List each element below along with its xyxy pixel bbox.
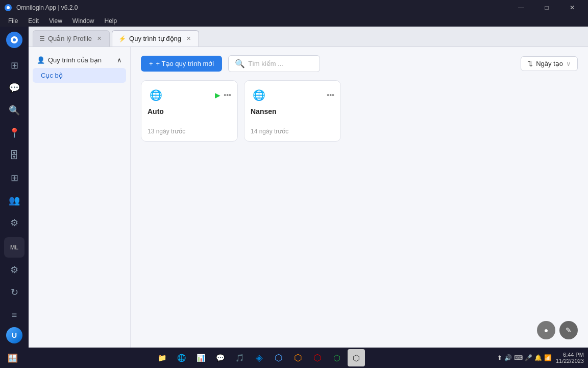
sound-icon[interactable]: 🔊 (504, 354, 512, 361)
chat-icon: 💬 (9, 82, 20, 94)
toolbar-left: + + Tạo quy trình mới 🔍 (141, 55, 320, 72)
titlebar: Omnilogin App | v6.2.0 — □ ✕ (0, 0, 588, 15)
card-nansen-more-button[interactable]: ••• (327, 91, 334, 99)
create-workflow-button[interactable]: + + Tạo quy trình mới (141, 56, 222, 72)
tab-profile-close[interactable]: ✕ (95, 35, 103, 43)
sidebar: ⊞ 💬 🔍 📍 🗄 ⊞ 👥 ⚙ ML ⚙ (0, 27, 29, 348)
left-panel-header[interactable]: 👤 Quy trình của bạn ∧ (33, 53, 126, 67)
taskbar-app-spotify[interactable]: 🎵 (231, 349, 249, 366)
sidebar-item-chat[interactable]: 💬 (4, 78, 24, 98)
workflow-folder-icon: 👤 (37, 56, 45, 64)
circle-button[interactable]: ● (537, 321, 555, 339)
notification-icon[interactable]: 🔔 (534, 354, 542, 361)
minimize-button[interactable]: — (509, 0, 533, 15)
card-auto-play-button[interactable]: ▶ (215, 91, 220, 99)
search-input[interactable] (248, 60, 313, 67)
avatar-label: U (12, 331, 17, 339)
taskbar-app-explorer[interactable]: 📁 (154, 349, 171, 366)
sidebar-item-menu[interactable]: ≡ (4, 305, 24, 325)
menu-edit[interactable]: Edit (24, 16, 43, 26)
card-auto-actions: ▶ ••• (215, 91, 231, 99)
page-content: 👤 Quy trình của bạn ∧ Cục bộ (29, 47, 588, 348)
sidebar-item-refresh[interactable]: ↻ (4, 282, 24, 303)
sort-dropdown[interactable]: ⇅ Ngày tạo ∨ (521, 56, 578, 71)
card-nansen-name: Nansen (251, 107, 277, 116)
taskbar-apps: 📁 🌐 📊 💬 🎵 ◈ ⬡ ⬡ ⬡ ⬡ ⬡ (154, 349, 365, 366)
menu-file[interactable]: File (4, 16, 22, 26)
svg-point-1 (7, 6, 10, 9)
tab-workflow-close[interactable]: ✕ (184, 35, 192, 43)
taskbar-app-orange[interactable]: ⬡ (289, 349, 307, 366)
network-icon[interactable]: ⬆ (497, 354, 502, 361)
svg-point-4 (13, 38, 16, 41)
edit-icon: ✎ (566, 326, 572, 334)
tab-workflow-label: Quy trình tự động (129, 35, 181, 42)
sidebar-logo (5, 31, 23, 49)
tab-quan-ly-profile[interactable]: ☰ Quản lý Profile ✕ (33, 30, 110, 47)
tab-profile-icon: ☰ (39, 35, 45, 42)
left-panel-section: 👤 Quy trình của bạn ∧ Cục bộ (33, 53, 126, 83)
menubar: File Edit View Window Help (0, 15, 588, 27)
titlebar-controls: — □ ✕ (509, 0, 584, 15)
tab-workflow-icon: ⚡ (118, 35, 126, 42)
taskbar-app-messenger[interactable]: 💬 (212, 349, 229, 366)
card-auto-more-button[interactable]: ••• (224, 91, 231, 99)
edit-button[interactable]: ✎ (559, 321, 578, 339)
left-panel-item-local[interactable]: Cục bộ (33, 68, 126, 83)
sidebar-bottom: ML ⚙ ↻ ≡ U (4, 237, 24, 343)
card-auto-header: 🌐 ▶ ••• (148, 87, 231, 103)
sidebar-item-settings[interactable]: ⚙ (4, 213, 24, 233)
sidebar-item-home[interactable]: ⊞ (4, 55, 24, 76)
sidebar-item-gear[interactable]: ⚙ (4, 260, 24, 280)
ml-icon: ML (10, 244, 18, 250)
tab-profile-label: Quản lý Profile (48, 35, 92, 42)
wifi-icon[interactable]: 📶 (544, 354, 552, 361)
taskbar-app-chrome[interactable]: 🌐 (173, 349, 190, 366)
home-icon: ⊞ (11, 60, 18, 71)
app-title: Omnilogin App | v6.2.0 (16, 4, 78, 11)
chevron-down-icon: ∨ (566, 60, 571, 67)
left-panel: 👤 Quy trình của bạn ∧ Cục bộ (29, 47, 131, 348)
menu-window[interactable]: Window (68, 16, 99, 26)
card-auto[interactable]: 🌐 ▶ ••• Auto 13 ngày trước (141, 80, 238, 142)
toolbar-right: ⇅ Ngày tạo ∨ (521, 56, 578, 71)
card-nansen-time: 14 ngày trước (251, 128, 288, 135)
chevron-up-icon: ∧ (117, 56, 122, 64)
sidebar-item-search[interactable]: 🔍 (4, 100, 24, 121)
menu-help[interactable]: Help (101, 16, 121, 26)
sidebar-item-grid[interactable]: ⊞ (4, 168, 24, 188)
taskbar-app-dark[interactable]: ⬡ (348, 349, 365, 366)
grid-icon: ⊞ (11, 172, 18, 183)
logo-icon (5, 31, 23, 49)
keyboard-icon[interactable]: ⌨ (514, 354, 523, 361)
sidebar-item-location[interactable]: 📍 (4, 123, 24, 143)
users-icon: 👥 (9, 195, 20, 206)
tab-quy-trinh-tu-dong[interactable]: ⚡ Quy trình tự động ✕ (112, 30, 199, 47)
taskbar-app-excel[interactable]: 📊 (192, 349, 210, 366)
local-item-label: Cục bộ (41, 72, 63, 79)
card-auto-name: Auto (148, 107, 164, 116)
card-nansen[interactable]: 🌐 ••• Nansen 14 ngày trước (244, 80, 341, 142)
main-content: ☰ Quản lý Profile ✕ ⚡ Quy trình tự động … (29, 27, 588, 348)
start-button[interactable]: 🪟 (4, 349, 21, 366)
left-panel-section-title: Quy trình của bạn (48, 56, 102, 64)
close-button[interactable]: ✕ (560, 0, 584, 15)
search-box: 🔍 (228, 55, 320, 72)
user-avatar[interactable]: U (6, 327, 22, 343)
app-container: ⊞ 💬 🔍 📍 🗄 ⊞ 👥 ⚙ ML ⚙ (0, 27, 588, 348)
toolbar: + + Tạo quy trình mới 🔍 ⇅ Ngày tạo ∨ (141, 55, 578, 72)
sidebar-item-users[interactable]: 👥 (4, 190, 24, 211)
cards-grid: 🌐 ▶ ••• Auto 13 ngày trước 🌐 (141, 80, 578, 142)
circle-icon: ● (544, 326, 548, 334)
floating-buttons: ● ✎ (537, 321, 578, 339)
taskbar-app-green[interactable]: ⬡ (328, 349, 346, 366)
taskbar-app-vscode[interactable]: ◈ (251, 349, 268, 366)
menu-view[interactable]: View (45, 16, 66, 26)
sidebar-item-database[interactable]: 🗄 (4, 145, 24, 166)
mic-icon[interactable]: 🎤 (525, 354, 532, 361)
taskbar-app-blue1[interactable]: ⬡ (270, 349, 287, 366)
card-nansen-icon: 🌐 (251, 87, 267, 103)
taskbar-app-red[interactable]: ⬡ (309, 349, 326, 366)
maximize-button[interactable]: □ (535, 0, 558, 15)
sidebar-item-ml[interactable]: ML (4, 237, 24, 258)
